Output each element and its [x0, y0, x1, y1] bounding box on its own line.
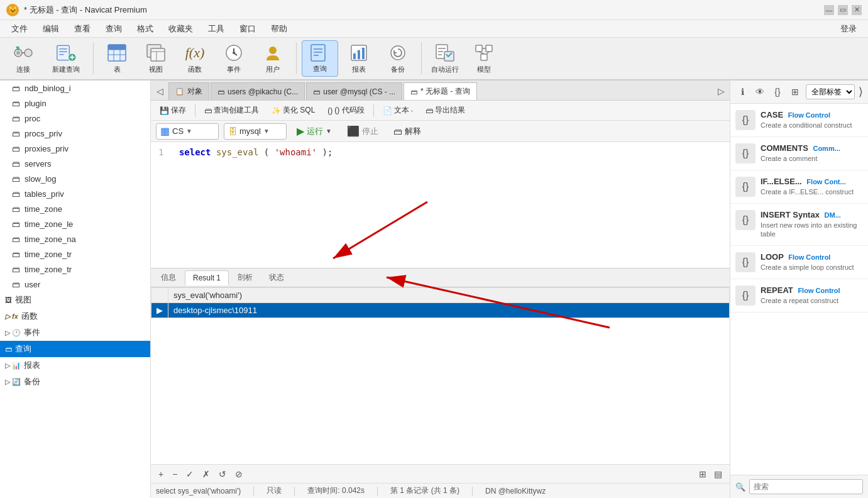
- rp-item-ifelse[interactable]: {} IF...ELSE... Flow Cont... Create a IF…: [730, 170, 868, 204]
- beautify-button[interactable]: ✨ 美化 SQL: [266, 104, 320, 117]
- menu-help[interactable]: 帮助: [265, 22, 294, 36]
- tab-more-button[interactable]: ▷: [712, 82, 730, 100]
- connect-icon: [13, 43, 33, 63]
- view-button[interactable]: 视图: [138, 40, 174, 77]
- export-button[interactable]: 🗃 导出结果: [420, 104, 470, 117]
- rp-item-loop[interactable]: {} LOOP Flow Control Create a simple loo…: [730, 246, 868, 279]
- stop-button[interactable]: ⬛ 停止: [342, 123, 383, 139]
- confirm-button[interactable]: ✓: [184, 468, 196, 480]
- database-selector[interactable]: 🗄 mysql ▼: [224, 123, 287, 140]
- query-builder-button[interactable]: 🗃 查询创建工具: [199, 104, 264, 117]
- col-sys_eval[interactable]: sys_eval('whoami'): [168, 288, 730, 303]
- query-toolbar-button[interactable]: 查询: [302, 40, 338, 77]
- rp-chevron-icon[interactable]: ⟩: [859, 85, 863, 99]
- table-row[interactable]: ▶ desktop-cjlsmec\10911: [151, 303, 730, 318]
- tab-user-mysql[interactable]: 🗃 user @mysql (CS - ...: [306, 82, 402, 100]
- rp-item-comments[interactable]: {} COMMENTS Comm... Create a comment: [730, 137, 868, 170]
- backup-button[interactable]: 备份: [380, 40, 416, 77]
- connect-button[interactable]: 连接: [5, 40, 41, 77]
- result-tab-status[interactable]: 状态: [261, 270, 292, 285]
- search-input[interactable]: [749, 479, 863, 494]
- sidebar-group-func-icon: ▷ fx: [5, 313, 18, 321]
- sidebar-group-query[interactable]: 🗃 查询: [0, 341, 150, 357]
- view-icon: [146, 43, 166, 63]
- menu-file[interactable]: 文件: [5, 22, 34, 36]
- sidebar-item-time_zone_tr1[interactable]: 🗃 time_zone_tr: [0, 246, 150, 262]
- result-tab-profile[interactable]: 剖析: [230, 270, 260, 285]
- menu-query[interactable]: 查询: [99, 22, 128, 36]
- sidebar-item-time_zone_na[interactable]: 🗃 time_zone_na: [0, 231, 150, 246]
- event-button[interactable]: 事件: [216, 40, 252, 77]
- run-button[interactable]: ▶ 运行 ▼: [292, 123, 337, 139]
- save-button[interactable]: 💾 保存: [155, 104, 191, 117]
- window-controls: — ▭ ✕: [824, 5, 862, 15]
- menu-favorites[interactable]: 收藏夹: [162, 22, 199, 36]
- clear-button[interactable]: ⊘: [233, 468, 245, 480]
- function-button[interactable]: f(x) 函数: [177, 40, 213, 77]
- sidebar-item-time_zone_tr2[interactable]: 🗃 time_zone_tr: [0, 262, 150, 277]
- add-row-button[interactable]: +: [156, 468, 166, 480]
- tag-selector[interactable]: 全部标签: [806, 84, 855, 99]
- menu-format[interactable]: 格式: [131, 22, 160, 36]
- menu-tools[interactable]: 工具: [202, 22, 231, 36]
- login-button[interactable]: 登录: [834, 22, 863, 36]
- status-sep2: [294, 487, 295, 495]
- rp-item-repeat[interactable]: {} REPEAT Flow Control Create a repeat c…: [730, 279, 868, 313]
- code-segment-button[interactable]: () () 代码段: [322, 104, 369, 117]
- result-table-scroll[interactable]: sys_eval('whoami') ▶ desktop-cjlsmec\109…: [151, 287, 730, 464]
- close-button[interactable]: ✕: [852, 5, 862, 15]
- grid-view-button[interactable]: ⊞: [696, 468, 709, 480]
- sidebar-item-time_zone[interactable]: 🗃 time_zone: [0, 201, 150, 216]
- remove-row-button[interactable]: −: [170, 468, 180, 480]
- status-records: 第 1 条记录 (共 1 条): [390, 485, 459, 496]
- sidebar-item-proxies_priv[interactable]: 🗃 proxies_priv: [0, 141, 150, 156]
- code-editor[interactable]: 1 select sys_eval ( 'whoami' );: [151, 142, 730, 268]
- tab-untitled-query[interactable]: 🗃 * 无标题 - 查询: [404, 82, 477, 100]
- menu-view[interactable]: 查看: [68, 22, 97, 36]
- menu-edit[interactable]: 编辑: [36, 22, 65, 36]
- explain-button[interactable]: 🗃 解释: [388, 124, 426, 139]
- tab-users-pikachu[interactable]: 🗃 users @pikachu (C...: [211, 82, 305, 100]
- sidebar-item-procs_priv[interactable]: 🗃 procs_priv: [0, 126, 150, 141]
- tab-objects[interactable]: 📋 对象: [168, 82, 209, 100]
- sidebar-group-event[interactable]: ▷ 🕐 事件: [0, 324, 150, 341]
- maximize-button[interactable]: ▭: [838, 5, 848, 15]
- schema-selector[interactable]: ▦ CS ▼: [156, 123, 219, 140]
- form-view-button[interactable]: ▤: [711, 468, 725, 480]
- minimize-button[interactable]: —: [824, 5, 834, 15]
- table-button[interactable]: 表: [99, 40, 135, 77]
- text-button[interactable]: 📄 文本 ·: [378, 104, 418, 117]
- func-name: sys_eval: [216, 147, 258, 157]
- user-button[interactable]: 用户: [255, 40, 291, 77]
- sidebar-item-user[interactable]: 🗃 user: [0, 277, 150, 292]
- sidebar-group-report[interactable]: ▷ 📊 报表: [0, 357, 150, 374]
- rp-grid-icon[interactable]: ⊞: [788, 85, 802, 99]
- menu-window[interactable]: 窗口: [233, 22, 262, 36]
- sidebar-item-servers[interactable]: 🗃 servers: [0, 156, 150, 171]
- sidebar-item-time_zone_le[interactable]: 🗃 time_zone_le: [0, 216, 150, 231]
- sidebar-group-view[interactable]: 🖼 视图: [0, 292, 150, 308]
- report-button[interactable]: 报表: [341, 40, 377, 77]
- tab-untitled-icon: 🗃: [410, 88, 417, 96]
- autorun-button[interactable]: 自动运行: [427, 40, 463, 77]
- sidebar-item-plugin[interactable]: 🗃 plugin: [0, 96, 150, 111]
- new-query-button[interactable]: 新建查询: [44, 40, 88, 77]
- sidebar-item-ndb_binlog[interactable]: 🗃 ndb_binlog_i: [0, 80, 150, 96]
- refresh-button[interactable]: ↺: [216, 468, 229, 480]
- tab-nav-back[interactable]: ◁: [151, 82, 168, 100]
- result-tab-info[interactable]: 信息: [153, 270, 184, 285]
- title-bar: 🐱 * 无标题 - 查询 - Navicat Premium — ▭ ✕: [0, 0, 868, 20]
- sidebar-item-slow_log[interactable]: 🗃 slow_log: [0, 171, 150, 186]
- cancel-edit-button[interactable]: ✗: [200, 468, 212, 480]
- rp-item-case[interactable]: {} CASE Flow Control Create a conditiona…: [730, 104, 868, 137]
- rp-code-icon[interactable]: {}: [771, 85, 784, 99]
- rp-eye-icon[interactable]: 👁: [753, 85, 767, 99]
- sidebar-group-func[interactable]: ▷ fx 函数: [0, 308, 150, 324]
- sidebar-item-tables_priv[interactable]: 🗃 tables_priv: [0, 186, 150, 201]
- sidebar-group-backup[interactable]: ▷ 🔄 备份: [0, 374, 150, 390]
- rp-info-icon[interactable]: ℹ: [735, 85, 749, 99]
- model-button[interactable]: 模型: [466, 40, 502, 77]
- result-tab-result1[interactable]: Result 1: [185, 270, 229, 285]
- sidebar-item-proc[interactable]: 🗃 proc: [0, 111, 150, 126]
- rp-item-insert[interactable]: {} INSERT Syntax DM... Insert new rows i…: [730, 204, 868, 246]
